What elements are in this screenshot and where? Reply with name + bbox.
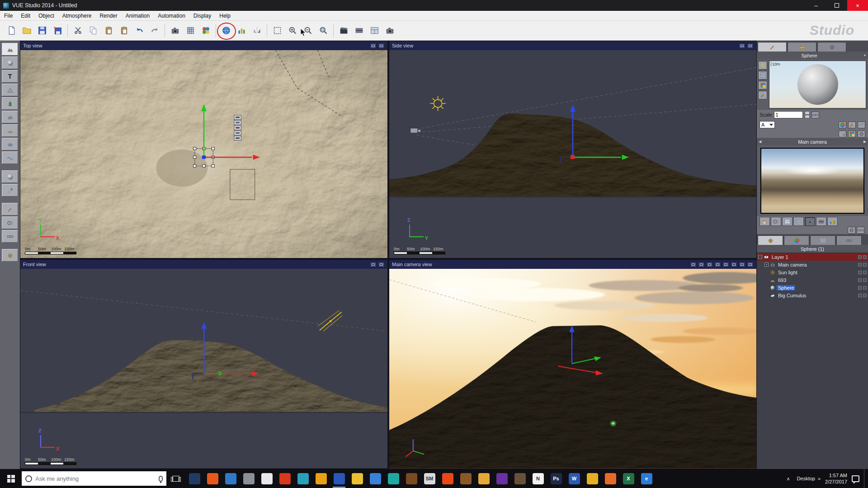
select-tool-button[interactable] bbox=[269, 23, 285, 38]
maximize-button[interactable] bbox=[826, 0, 847, 11]
top-view-header[interactable]: Top view bbox=[20, 41, 387, 50]
blob-tool[interactable] bbox=[2, 138, 18, 150]
text-tool[interactable]: T bbox=[2, 70, 18, 83]
menu-atmosphere[interactable]: Atmosphere bbox=[58, 11, 96, 20]
render-button[interactable] bbox=[218, 23, 234, 38]
taskbar-app-icon[interactable] bbox=[185, 469, 203, 488]
axes-button[interactable] bbox=[839, 131, 846, 137]
reset-button[interactable] bbox=[858, 122, 865, 128]
material-button[interactable] bbox=[839, 122, 846, 128]
taskbar-app-icon[interactable]: SM bbox=[420, 469, 439, 488]
copy-button[interactable] bbox=[85, 23, 101, 38]
scale-stepper[interactable] bbox=[805, 111, 810, 118]
front-view-canvas[interactable]: Z X 0m50m100m150m bbox=[20, 269, 387, 469]
rock-tool[interactable] bbox=[2, 111, 18, 123]
tree-row-camera[interactable]: + Main camera bbox=[757, 261, 868, 268]
tree-row-sphere[interactable]: · Sphere bbox=[757, 284, 868, 291]
camera-select-button[interactable] bbox=[805, 217, 815, 226]
viewport-maximize-icon[interactable] bbox=[378, 43, 385, 49]
viewport-shading-icon[interactable] bbox=[722, 262, 729, 267]
zoom-in-button[interactable] bbox=[285, 23, 300, 38]
metaball-tool[interactable] bbox=[2, 170, 18, 183]
taskbar-app-icon[interactable]: N bbox=[529, 469, 547, 488]
taskbar-app-icon[interactable] bbox=[222, 469, 240, 488]
tab-world-browser[interactable] bbox=[758, 235, 783, 245]
visibility-toggle[interactable] bbox=[858, 294, 862, 297]
quad-view-button[interactable] bbox=[782, 217, 793, 226]
lock-toggle[interactable] bbox=[863, 255, 867, 259]
menu-render[interactable]: Render bbox=[95, 11, 121, 20]
side-view-canvas[interactable]: Z Y 0m50m100m150m bbox=[389, 50, 756, 258]
viewport-edit-icon[interactable] bbox=[731, 262, 737, 267]
visibility-toggle[interactable] bbox=[858, 255, 862, 259]
multi-view-button[interactable] bbox=[367, 23, 382, 38]
tree-row-terrain[interactable]: · 693 bbox=[757, 276, 868, 284]
visibility-toggle[interactable] bbox=[858, 286, 862, 290]
eye-icon[interactable] bbox=[764, 254, 769, 260]
main-camera-header[interactable]: Main camera view bbox=[389, 260, 756, 269]
cone-tool[interactable] bbox=[2, 84, 18, 96]
tab-paint[interactable] bbox=[758, 42, 787, 52]
viewport-camera-icon[interactable] bbox=[739, 43, 745, 49]
tab-options[interactable] bbox=[817, 42, 846, 52]
taskbar-app-icon-active[interactable] bbox=[330, 469, 348, 488]
render-options-button[interactable] bbox=[183, 23, 198, 38]
orbit-button[interactable] bbox=[771, 217, 781, 226]
close-button[interactable]: × bbox=[847, 0, 868, 11]
collapse-icon[interactable]: − bbox=[758, 255, 762, 259]
lock-toggle[interactable] bbox=[863, 271, 867, 274]
taskbar-app-icon[interactable] bbox=[258, 469, 276, 488]
scale-input[interactable] bbox=[774, 111, 803, 118]
taskbar-app-icon[interactable]: Ps bbox=[547, 469, 565, 488]
visibility-toggle[interactable] bbox=[858, 278, 862, 282]
tab-materials[interactable] bbox=[784, 235, 809, 245]
taskbar-app-icon[interactable] bbox=[348, 469, 366, 488]
menu-display[interactable]: Display bbox=[189, 11, 215, 20]
tab-numerics[interactable] bbox=[788, 42, 816, 52]
cut-button[interactable] bbox=[70, 23, 85, 38]
taskbar-app-icon[interactable] bbox=[402, 469, 420, 488]
render-preview-button[interactable] bbox=[827, 217, 838, 226]
search-input[interactable] bbox=[35, 475, 156, 482]
snapshot-button[interactable] bbox=[167, 23, 183, 38]
object-preview[interactable]: 10m bbox=[769, 61, 866, 108]
object-dropdown-icon[interactable]: ▾ bbox=[862, 53, 868, 57]
menu-object[interactable]: Object bbox=[34, 11, 58, 20]
redo-button[interactable] bbox=[147, 23, 162, 38]
cube-tool[interactable] bbox=[2, 249, 18, 262]
taskbar-app-icon[interactable]: W bbox=[565, 469, 583, 488]
zoom-out-button[interactable] bbox=[300, 23, 316, 38]
front-view-header[interactable]: Front view bbox=[20, 260, 387, 269]
terrain-tool[interactable] bbox=[2, 43, 18, 56]
alpha-select[interactable]: A bbox=[760, 121, 775, 128]
next-camera-icon[interactable]: ▶ bbox=[862, 140, 868, 144]
link-tool[interactable] bbox=[2, 230, 18, 243]
taskbar-app-icon[interactable] bbox=[366, 469, 384, 488]
show-desktop-button[interactable] bbox=[864, 469, 867, 488]
viewport-layers-icon[interactable] bbox=[698, 262, 705, 267]
taskbar-app-icon[interactable] bbox=[384, 469, 402, 488]
taskbar-app-icon[interactable] bbox=[601, 469, 619, 488]
taskbar-app-icon[interactable] bbox=[475, 469, 493, 488]
viewport-grid-icon[interactable] bbox=[706, 262, 713, 267]
material-preview-button[interactable] bbox=[198, 23, 213, 38]
clock[interactable]: 1:57 AM 2/27/2017 bbox=[825, 472, 847, 485]
tree-row-sunlight[interactable]: · Sun light bbox=[757, 268, 868, 276]
viewport-maximize-icon[interactable] bbox=[378, 262, 385, 267]
viewport-zbuffer-icon[interactable] bbox=[714, 262, 721, 267]
top-view-canvas[interactable]: Y X 0m50m100m150m bbox=[20, 50, 387, 258]
menu-file[interactable]: File bbox=[0, 11, 17, 20]
visibility-toggle[interactable] bbox=[858, 263, 862, 267]
tab-links[interactable] bbox=[836, 235, 862, 245]
viewport-camera-icon[interactable] bbox=[370, 43, 377, 49]
viewport-camera-icon[interactable] bbox=[370, 262, 377, 267]
menu-animation[interactable]: Animation bbox=[122, 11, 154, 20]
taskbar-app-icon[interactable]: X bbox=[619, 469, 637, 488]
overflow-chevron-icon[interactable]: » bbox=[818, 476, 821, 481]
viewport-maximize-icon[interactable] bbox=[747, 43, 754, 49]
tree-row-layer[interactable]: − Layer 1 bbox=[757, 253, 868, 261]
prev-camera-icon[interactable]: ◀ bbox=[757, 140, 763, 144]
animation-preview-button[interactable] bbox=[816, 217, 826, 226]
animation-wizard-button[interactable] bbox=[336, 23, 351, 38]
taskbar-app-icon[interactable] bbox=[276, 469, 294, 488]
